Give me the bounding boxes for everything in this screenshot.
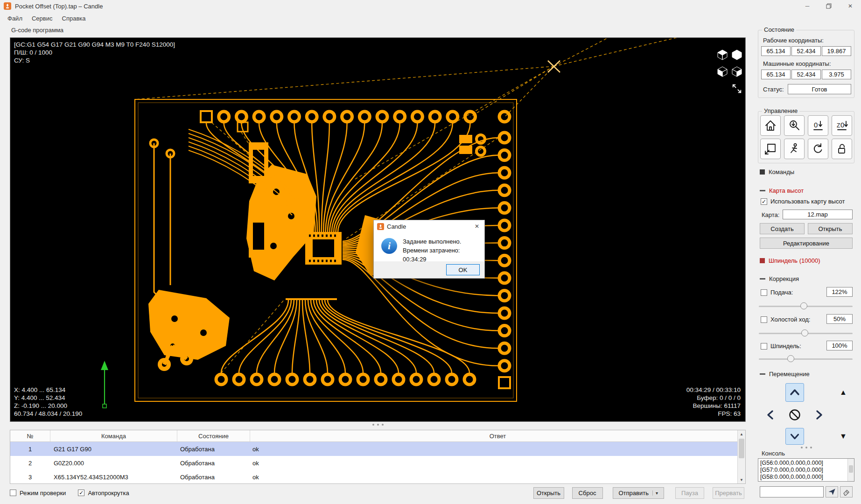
- triangle-up-icon: ▲: [840, 388, 847, 397]
- menu-help[interactable]: Справка: [57, 13, 91, 24]
- col-response[interactable]: Ответ: [250, 430, 745, 441]
- menubar: Файл Сервис Справка: [0, 12, 91, 24]
- col-state[interactable]: Состояние: [177, 430, 250, 441]
- checkbox-box: [10, 490, 16, 496]
- send-button[interactable]: Отправить ▾: [613, 487, 665, 499]
- console-clear-button[interactable]: [840, 486, 853, 497]
- table-row[interactable]: 1 G21 G17 G90 Обработана ok: [10, 442, 745, 456]
- machine-z-field: 3.975: [822, 70, 851, 79]
- rapid-override-slider[interactable]: [759, 329, 853, 337]
- view-left-button[interactable]: [730, 65, 743, 78]
- commands-header[interactable]: Команды: [760, 168, 794, 175]
- zero-xy-button[interactable]: 0: [808, 115, 828, 136]
- spindle-header[interactable]: Шпиндель (10000): [760, 257, 820, 264]
- menu-service[interactable]: Сервис: [27, 13, 57, 24]
- dialog-footer: OK: [374, 261, 484, 278]
- rapid-override-value: 50%: [826, 314, 853, 324]
- open-file-button[interactable]: Открыть: [533, 487, 564, 499]
- col-num[interactable]: №: [10, 430, 50, 441]
- main-splitter-handle[interactable]: [10, 424, 746, 426]
- rapid-override-checkbox[interactable]: Холостой ход:: [761, 316, 810, 323]
- view-front-button[interactable]: [716, 65, 729, 78]
- feed-override-checkbox[interactable]: Подача:: [761, 289, 793, 296]
- work-y-field: 52.434: [791, 46, 821, 56]
- dialog-close-button[interactable]: ✕: [469, 220, 484, 232]
- gcode-table[interactable]: № Команда Состояние Ответ 1 G21 G17 G90 …: [10, 430, 746, 484]
- home-button[interactable]: [760, 115, 781, 136]
- right-panel: Состояние Рабочие координаты: 65.134 52.…: [758, 0, 854, 504]
- pause-button[interactable]: Пауза: [675, 487, 704, 499]
- use-heightmap-checkbox[interactable]: ✓ Использовать карту высот: [761, 198, 845, 205]
- sidebar-splitter-handle[interactable]: [758, 447, 854, 448]
- jog-z-minus-button[interactable]: ▼: [834, 428, 853, 445]
- cell-num: 2: [10, 456, 50, 470]
- scroll-up-icon[interactable]: ▲: [738, 430, 745, 438]
- safe-position-button[interactable]: [784, 139, 805, 159]
- console-scrollbar[interactable]: [847, 459, 854, 481]
- scroll-down-icon[interactable]: ▼: [738, 476, 745, 483]
- feed-override-slider[interactable]: [759, 302, 853, 310]
- spindle-override-slider[interactable]: [759, 355, 853, 363]
- fit-view-button[interactable]: [730, 82, 743, 95]
- jog-stop-button[interactable]: [785, 406, 804, 424]
- cube-isometric-icon: [716, 49, 728, 61]
- button-label: Сброс: [579, 490, 596, 497]
- heightmap-header[interactable]: Карта высот: [760, 187, 804, 194]
- slider-track: [759, 358, 853, 360]
- table-row[interactable]: 2 G0Z20.000 Обработана ok: [10, 456, 745, 470]
- ok-button[interactable]: OK: [446, 264, 480, 275]
- feed-spindle-overlay: П/Ш: 0 / 1000: [14, 49, 52, 56]
- z-range: Z: -0.190 ... 20.000: [14, 402, 67, 409]
- heightmap-create-button[interactable]: Создать: [760, 223, 805, 234]
- header-label: Перемещение: [769, 371, 810, 378]
- info-icon: i: [381, 238, 397, 254]
- view-isometric-button[interactable]: [716, 48, 729, 61]
- reset-button[interactable]: Сброс: [572, 487, 603, 499]
- table-scrollbar[interactable]: ▲ ▼: [737, 430, 745, 483]
- table-row[interactable]: 3 X65.134Y52.434S12000M3 Обработана ok: [10, 470, 745, 484]
- slider-handle[interactable]: [800, 302, 807, 309]
- console-log[interactable]: [G56:0.000,0.000,0.000] [G57:0.000,0.000…: [758, 458, 854, 482]
- soft-reset-button[interactable]: [808, 139, 828, 159]
- slider-handle[interactable]: [787, 355, 794, 362]
- eraser-icon: [842, 488, 851, 496]
- scrollbar-thumb[interactable]: [849, 465, 853, 473]
- jog-y-minus-button[interactable]: [785, 428, 804, 445]
- restore-origin-button[interactable]: [760, 139, 781, 159]
- abort-button[interactable]: Прервать: [713, 487, 744, 499]
- heightmap-open-button[interactable]: Открыть: [808, 223, 853, 234]
- override-header[interactable]: Коррекция: [760, 275, 799, 282]
- jog-z-plus-button[interactable]: ▲: [834, 383, 853, 402]
- z-probe-button[interactable]: [784, 115, 805, 136]
- jog-x-plus-button[interactable]: [810, 406, 828, 424]
- spindle-override-checkbox[interactable]: Шпиндель:: [761, 343, 801, 350]
- cube-front-icon: [716, 65, 728, 77]
- jog-y-plus-button[interactable]: [785, 383, 804, 402]
- send-dropdown-icon[interactable]: ▾: [652, 490, 658, 496]
- col-command[interactable]: Команда: [50, 430, 177, 441]
- slider-handle[interactable]: [801, 329, 808, 336]
- scrollbar-thumb[interactable]: [739, 439, 744, 458]
- check-mode-checkbox[interactable]: Режим проверки: [10, 490, 66, 497]
- heightmap-edit-button[interactable]: Редактирование: [760, 238, 853, 249]
- jog-x-minus-button[interactable]: [761, 406, 780, 424]
- zero-z-button[interactable]: Z 0: [832, 115, 852, 136]
- checkbox-box: [761, 289, 767, 296]
- titlebar: Pocket Offset (Top).tap – Candle ─ ✕: [0, 0, 861, 12]
- collapse-icon: [760, 278, 765, 280]
- autoscroll-checkbox[interactable]: ✓ Автопрокрутка: [78, 490, 129, 497]
- expand-icon: [760, 169, 765, 175]
- map-label: Карта:: [762, 211, 779, 218]
- unlock-button[interactable]: [832, 139, 852, 159]
- cell-state: Обработана: [176, 442, 249, 456]
- candle-window: Pocket Offset (Top).tap – Candle ─ ✕ Фай…: [0, 0, 861, 504]
- probe-search-icon: [787, 119, 801, 133]
- console-input[interactable]: [760, 486, 824, 497]
- menu-file[interactable]: Файл: [3, 13, 27, 24]
- button-label: OK: [459, 266, 468, 273]
- map-name-field: 12.map: [783, 210, 853, 219]
- console-send-button[interactable]: [826, 486, 838, 497]
- view-top-button[interactable]: [730, 48, 743, 61]
- jog-header[interactable]: Перемещение: [760, 370, 810, 378]
- elapsed-time: 00:34:29 / 00:33:10: [686, 386, 741, 393]
